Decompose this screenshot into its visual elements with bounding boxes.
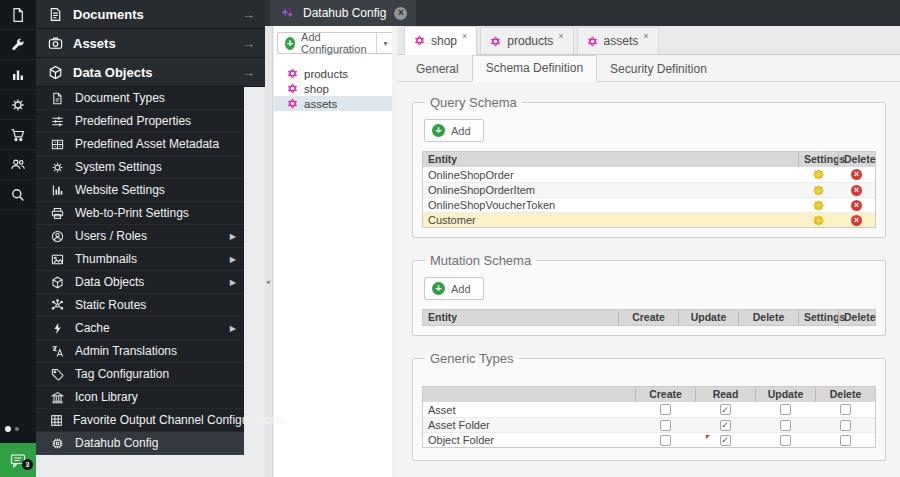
chat-button[interactable]: 3 [0,443,36,477]
column-header-blank [423,387,635,402]
submenu-item-document-types[interactable]: Document Types [36,87,244,110]
table-row[interactable]: OnlineShopOrderItem × [423,182,875,197]
file-icon[interactable] [0,0,36,30]
submenu-item-predefined-properties[interactable]: Predefined Properties [36,110,244,133]
bar-chart-icon[interactable] [0,60,36,90]
submenu-item-thumbnails[interactable]: Thumbnails ▶ [36,248,244,271]
delete-checkbox[interactable] [840,420,851,431]
collapse-left-icon[interactable]: ◂ [266,278,270,286]
submenu-item-admin-translations[interactable]: Admin Translations [36,340,244,363]
tab-general[interactable]: General [403,57,472,82]
create-checkbox[interactable] [660,420,671,431]
settings-gear-icon[interactable] [813,169,824,180]
status-dots [0,426,36,432]
column-header-delete[interactable]: Delete [815,387,875,402]
delete-checkbox[interactable] [840,404,851,415]
settings-gear-icon[interactable] [813,200,824,211]
read-checkbox[interactable] [720,435,731,446]
metadata-grid-icon [50,138,65,151]
table-row[interactable]: Asset Folder [423,417,875,432]
cart-icon[interactable] [0,120,36,150]
table-row[interactable]: OnlineShopVoucherToken × [423,197,875,212]
user-circle-icon [50,230,65,243]
column-header-delete[interactable]: Delete [838,310,875,325]
column-header-settings[interactable]: Settings [798,310,838,325]
mutation-schema-grid: Entity Create Update Delete Settings Del… [422,309,876,326]
editor-tab-products[interactable]: products × [480,27,573,54]
add-configuration-button[interactable]: + Add Configuration ▾ [277,32,394,54]
read-checkbox[interactable] [720,420,731,431]
delete-icon[interactable]: × [851,215,862,226]
workspace-tab-datahub-config[interactable]: Datahub Config × [270,0,416,26]
submenu-item-predefined-asset-metadata[interactable]: Predefined Asset Metadata [36,133,244,156]
users-icon[interactable] [0,150,36,180]
hub-icon [50,299,65,312]
main-menu: Documents → Assets → Data Objects → Docu… [36,0,265,455]
tree-item-shop[interactable]: shop [274,81,392,96]
close-icon[interactable]: × [394,7,407,20]
update-checkbox[interactable] [780,420,791,431]
submenu-item-system-settings[interactable]: System Settings [36,156,244,179]
column-header-update[interactable]: Update [755,387,815,402]
update-checkbox[interactable] [780,435,791,446]
editor-tab-assets[interactable]: assets × [577,27,659,54]
generic-types-grid: Create Read Update Delete Asset Asset Fo… [422,386,876,448]
column-header-entity[interactable]: Entity [423,310,618,325]
submenu-item-favorite-output-channel-configurations[interactable]: Favorite Output Channel Configurations [36,409,244,432]
submenu-item-data-objects[interactable]: Data Objects ▶ [36,271,244,294]
chevron-right-icon: ▶ [230,232,236,241]
update-checkbox[interactable] [780,404,791,415]
tree-item-assets[interactable]: assets [274,96,392,111]
column-header-entity[interactable]: Entity [423,152,798,167]
close-icon[interactable]: × [558,31,563,41]
editor-tab-shop[interactable]: shop × [404,26,477,55]
column-header-update[interactable]: Update [678,310,738,325]
menu-header-data-objects[interactable]: Data Objects → [36,58,265,87]
dropdown-arrow-icon[interactable]: ▾ [376,33,393,53]
table-row[interactable]: OnlineShopOrder × [423,167,875,182]
delete-icon[interactable]: × [851,169,862,180]
menu-header-assets[interactable]: Assets → [36,29,265,58]
camera-icon [48,36,63,51]
table-row[interactable]: Asset [423,402,875,417]
tab-schema-definition[interactable]: Schema Definition [472,55,597,82]
create-checkbox[interactable] [660,404,671,415]
table-row[interactable]: Object Folder [423,432,875,447]
tree-item-products[interactable]: products [274,66,392,81]
delete-icon[interactable]: × [851,185,862,196]
search-icon[interactable] [0,180,36,210]
table-row-selected[interactable]: Customer × [423,212,875,227]
column-header-delete[interactable]: Delete [738,310,798,325]
settings-gear-icon[interactable] [813,185,824,196]
mutation-schema-add-button[interactable]: + Add [424,277,484,300]
close-icon[interactable]: × [643,31,648,41]
query-schema-add-button[interactable]: + Add [424,119,484,142]
query-schema-section: Query Schema + Add Entity Settings Delet… [412,95,886,238]
delete-checkbox[interactable] [840,435,851,446]
submenu-item-datahub-config[interactable]: Datahub Config [36,432,244,455]
grid-icon [50,414,63,427]
read-checkbox[interactable] [720,404,731,415]
close-icon[interactable]: × [462,31,467,41]
column-header-read[interactable]: Read [695,387,755,402]
gear-icon[interactable] [0,90,36,120]
column-header-create[interactable]: Create [635,387,695,402]
create-checkbox[interactable] [660,435,671,446]
submenu-item-users-roles[interactable]: Users / Roles ▶ [36,225,244,248]
panel-splitter[interactable]: ◂ [265,26,273,477]
submenu-item-tag-configuration[interactable]: Tag Configuration [36,363,244,386]
settings-gear-icon[interactable] [813,215,824,226]
submenu-item-website-settings[interactable]: Website Settings [36,179,244,202]
column-header-delete[interactable]: Delete [838,152,875,167]
menu-header-documents[interactable]: Documents → [36,0,265,29]
submenu-item-cache[interactable]: Cache ▶ [36,317,244,340]
wrench-icon[interactable] [0,30,36,60]
submenu-item-static-routes[interactable]: Static Routes [36,294,244,317]
submenu-item-web-to-print-settings[interactable]: Web-to-Print Settings [36,202,244,225]
editor-tab-bar: shop × products × assets × [397,26,900,55]
column-header-create[interactable]: Create [618,310,678,325]
tab-security-definition[interactable]: Security Definition [597,57,720,82]
delete-icon[interactable]: × [851,200,862,211]
column-header-settings[interactable]: Settings [798,152,838,167]
submenu-item-icon-library[interactable]: Icon Library [36,386,244,409]
